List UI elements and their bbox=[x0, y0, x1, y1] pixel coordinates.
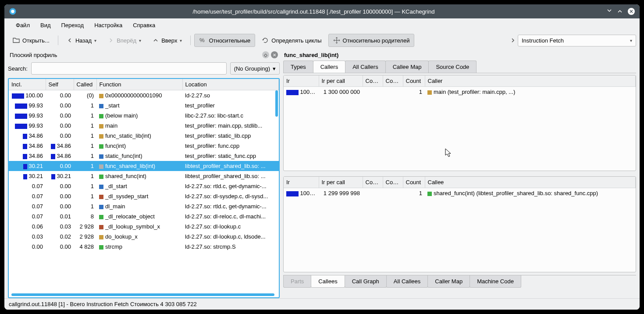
chevron-down-icon: ▾ bbox=[139, 38, 141, 43]
col-ir[interactable]: Ir bbox=[284, 177, 319, 188]
scrollbar-vertical[interactable] bbox=[275, 90, 278, 117]
col-ir-per-call[interactable]: Ir per call bbox=[319, 75, 363, 87]
tab-all-callees[interactable]: All Callees bbox=[386, 275, 428, 288]
flat-profile-title: Плоский профиль bbox=[10, 52, 260, 58]
app-icon bbox=[9, 7, 17, 15]
chevron-right-icon[interactable] bbox=[510, 37, 516, 43]
col-called[interactable]: Called bbox=[74, 79, 96, 90]
table-row[interactable]: 99.930.001maintest_profiler: main.cpp, s… bbox=[9, 121, 279, 131]
rel-parents-label: Относительно родителей bbox=[343, 37, 410, 44]
table-row[interactable]: 100.000.00(0)0x0000000000001090ld-2.27.s… bbox=[9, 90, 279, 101]
up-label: Вверх bbox=[161, 37, 177, 44]
tab-callees[interactable]: Callees bbox=[311, 275, 345, 288]
rel-parents-button[interactable]: Относительно родителей bbox=[328, 34, 415, 47]
table-row[interactable]: 0.030.022 928do_lookup_xld-2.27.so: dl-l… bbox=[9, 232, 279, 242]
relative-button[interactable]: % Относительные bbox=[194, 34, 255, 47]
tab-caller-map[interactable]: Caller Map bbox=[427, 275, 470, 288]
col-cost2b[interactable]: Cost 2 bbox=[383, 177, 403, 188]
menu-help[interactable]: Справка bbox=[128, 20, 160, 31]
table-row[interactable]: 100.001 300 000 0001main (test_profiler:… bbox=[284, 87, 636, 97]
back-button[interactable]: Назад ▾ bbox=[62, 34, 101, 47]
close-icon[interactable]: ✕ bbox=[271, 51, 278, 58]
detach-icon[interactable]: ◇ bbox=[262, 51, 269, 58]
col-cost2[interactable]: Cost 2 bbox=[363, 75, 383, 87]
svg-text:%: % bbox=[199, 37, 205, 43]
tab-callers[interactable]: Callers bbox=[313, 61, 345, 73]
menu-go[interactable]: Переход bbox=[56, 20, 89, 31]
folder-icon bbox=[13, 37, 20, 44]
col-ir-per-call[interactable]: Ir per call bbox=[319, 177, 363, 188]
grouping-combo[interactable]: (No Grouping) ▾ bbox=[230, 62, 280, 75]
tab-callee-map[interactable]: Callee Map bbox=[385, 61, 429, 73]
up-button[interactable]: Вверх ▾ bbox=[148, 34, 187, 47]
toolbar: Открыть... Назад ▾ Вперёд ▾ Вверх ▾ % От… bbox=[4, 32, 640, 49]
cursor-icon bbox=[445, 148, 453, 158]
table-row[interactable]: 30.21 30.211shared_func(int)libtest_prof… bbox=[9, 171, 279, 181]
table-row[interactable]: 99.930.001_starttest_profiler bbox=[9, 100, 279, 111]
minimize-icon[interactable] bbox=[606, 8, 612, 14]
table-row[interactable]: 34.86 34.861static_func(int)test_profile… bbox=[9, 151, 279, 161]
cycles-button[interactable]: Определять циклы bbox=[257, 34, 326, 47]
table-row[interactable]: 34.86 34.861func(int)test_profiler: func… bbox=[9, 141, 279, 151]
tab-all-callers[interactable]: All Callers bbox=[345, 61, 386, 73]
forward-label: Вперёд bbox=[117, 37, 136, 44]
grouping-label: (No Grouping) bbox=[234, 65, 270, 72]
maximize-icon[interactable] bbox=[617, 8, 623, 14]
move-icon bbox=[333, 37, 340, 44]
tab-call-graph[interactable]: Call Graph bbox=[345, 275, 387, 288]
table-row[interactable]: 30.210.001func_shared_lib(int)libtest_pr… bbox=[9, 161, 279, 171]
forward-button: Вперёд ▾ bbox=[103, 34, 146, 47]
status-text: callgrind.out.11848 [1] - Всего Instruct… bbox=[9, 301, 197, 307]
table-row[interactable]: 34.860.001func_static_lib(int)test_profi… bbox=[9, 131, 279, 141]
chevron-down-icon[interactable]: ▾ bbox=[94, 38, 96, 43]
col-ir[interactable]: Ir bbox=[284, 75, 319, 87]
col-cost2b[interactable]: Cost 2 bbox=[383, 75, 403, 87]
event-combo[interactable]: Instruction Fetch ▾ bbox=[518, 35, 636, 46]
menu-view[interactable]: Вид bbox=[35, 20, 56, 31]
col-location[interactable]: Location bbox=[182, 79, 279, 90]
col-caller[interactable]: Caller bbox=[425, 75, 636, 87]
chevron-down-icon[interactable]: ▾ bbox=[180, 38, 182, 43]
percent-icon: % bbox=[199, 37, 206, 44]
close-icon[interactable] bbox=[627, 7, 635, 15]
open-button[interactable]: Открыть... bbox=[8, 34, 54, 47]
chevron-right-icon bbox=[108, 37, 114, 43]
table-row[interactable]: 0.070.018_dl_relocate_objectld-2.27.so: … bbox=[9, 211, 279, 221]
col-callee[interactable]: Callee bbox=[425, 177, 636, 188]
chevron-left-icon bbox=[67, 37, 73, 43]
callees-table: Ir Ir per call Cost 2 Cost 2 Count Calle… bbox=[284, 177, 636, 198]
cycles-label: Определять циклы bbox=[271, 37, 321, 44]
col-function[interactable]: Function bbox=[96, 79, 182, 90]
selected-function-name: func_shared_lib(int) bbox=[283, 49, 636, 61]
col-cost2[interactable]: Cost 2 bbox=[363, 177, 383, 188]
search-input[interactable] bbox=[31, 62, 227, 75]
tab-types[interactable]: Types bbox=[283, 61, 313, 73]
table-row[interactable]: 0.060.032 928_dl_lookup_symbol_xld-2.27.… bbox=[9, 221, 279, 232]
menu-file[interactable]: Файл bbox=[11, 20, 35, 31]
col-incl[interactable]: Incl. bbox=[9, 79, 46, 90]
scrollbar-horizontal[interactable] bbox=[11, 293, 274, 296]
top-tabs: Types Callers All Callers Callee Map Sou… bbox=[283, 61, 636, 73]
open-label: Открыть... bbox=[22, 37, 50, 44]
event-combo-label: Instruction Fetch bbox=[522, 37, 564, 44]
col-count[interactable]: Count bbox=[403, 75, 425, 87]
table-row[interactable]: 100.001 299 999 9981shared_func(int) (li… bbox=[284, 188, 636, 199]
table-row[interactable]: 0.070.001_dl_sysdep_startld-2.27.so: dl-… bbox=[9, 191, 279, 201]
col-self[interactable]: Self bbox=[46, 79, 74, 90]
flat-profile-table: Incl. Self Called Function Location 100.… bbox=[9, 79, 279, 252]
table-row[interactable]: 99.930.001(below main)libc-2.27.so: libc… bbox=[9, 111, 279, 121]
tab-parts: Parts bbox=[283, 275, 311, 288]
relative-label: Относительные bbox=[209, 37, 250, 44]
tab-source-code[interactable]: Source Code bbox=[428, 61, 477, 73]
col-count[interactable]: Count bbox=[403, 177, 425, 188]
table-row[interactable]: 0.000.004 828strcmpld-2.27.so: strcmp.S bbox=[9, 242, 279, 252]
titlebar: /home/user/test_profiler/build/src/callg… bbox=[4, 4, 640, 18]
chevron-down-icon: ▾ bbox=[630, 38, 632, 43]
back-label: Назад bbox=[75, 37, 92, 44]
menu-settings[interactable]: Настройка bbox=[89, 20, 128, 31]
table-row[interactable]: 0.070.001dl_mainld-2.27.so: rtld.c, get-… bbox=[9, 201, 279, 211]
statusbar: callgrind.out.11848 [1] - Всего Instruct… bbox=[4, 298, 640, 310]
table-row[interactable]: 0.070.001_dl_startld-2.27.so: rtld.c, ge… bbox=[9, 181, 279, 191]
tab-machine-code[interactable]: Machine Code bbox=[470, 275, 521, 288]
window-title: /home/user/test_profiler/build/src/callg… bbox=[21, 8, 606, 15]
